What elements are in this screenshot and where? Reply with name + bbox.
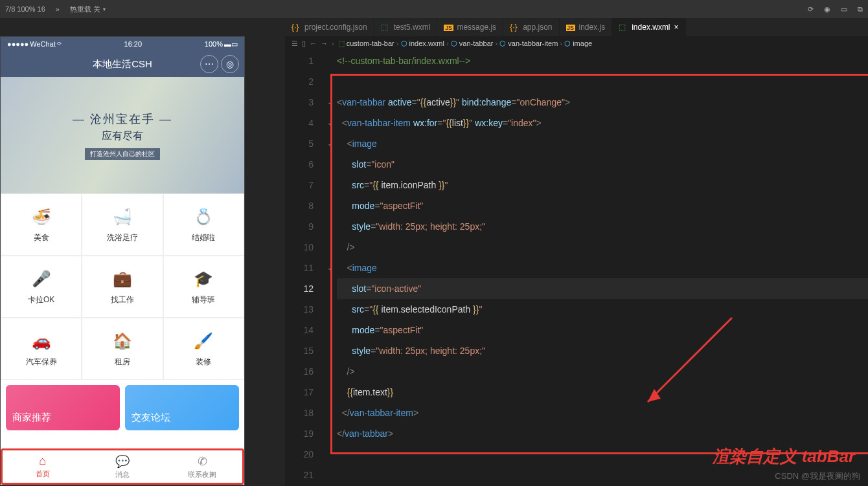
refresh-icon[interactable]: ⟳ [803, 5, 819, 14]
eye-icon[interactable]: ◉ [819, 5, 836, 14]
cell-icon: 🏠 [112, 331, 133, 351]
grid-cell-5[interactable]: 🎓辅导班 [163, 256, 244, 318]
cell-label: 汽车保养 [26, 357, 57, 368]
grid-cell-8[interactable]: 🖌️装修 [163, 318, 244, 380]
code-line[interactable]: <van-tabbar-item wx:for="{{list}}" wx:ke… [337, 113, 868, 133]
file-icon: {·} [510, 23, 519, 32]
tab-filename: index.wxml [632, 23, 670, 32]
editor-tab[interactable]: JSindex.js [560, 18, 613, 36]
zoom-indicator: 7/8 100% 16 [0, 5, 51, 13]
battery-icon: ▬▭ [224, 40, 238, 49]
file-icon: JS [444, 23, 453, 32]
code-line[interactable]: mode="aspectFit" [337, 320, 868, 340]
list-icon[interactable]: ☰ [291, 39, 298, 48]
code-line[interactable]: </van-tabbar-item> [337, 403, 868, 423]
card-forum[interactable]: 交友论坛 [125, 385, 239, 430]
editor-tab[interactable]: {·}project.config.json [285, 18, 374, 36]
editor-tabs: {·}project.config.json⬚test5.wxmlJSmessa… [285, 18, 868, 36]
code-line[interactable]: </van-tabbar> [337, 423, 868, 444]
crumb-item[interactable]: ⬡ van-tabbar [451, 39, 494, 47]
tab-icon: ✆ [198, 454, 207, 469]
tab-label: 消息 [115, 470, 130, 480]
hot-reload-toggle[interactable]: 热重载 关 ▾ [65, 5, 111, 14]
code-editor[interactable]: 123456789101112131415161718192021 ⌄⌄⌄⌄ <… [285, 50, 868, 486]
cell-icon: 🖌️ [193, 331, 214, 351]
cell-icon: 🚗 [31, 331, 52, 351]
fwd-icon[interactable]: → [321, 39, 328, 47]
code-line[interactable] [337, 71, 868, 92]
code-line[interactable]: style="width: 25px; height: 25px;" [337, 216, 868, 237]
crumb-item[interactable]: ⬡ van-tabbar-item [499, 39, 558, 47]
code-line[interactable]: <image [337, 258, 868, 278]
banner-image[interactable]: — 沧州宝在手 — 应有尽有 打造沧州人自己的社区 [1, 77, 244, 193]
category-grid: 🍜美食🛁洗浴足疗💍结婚啦🎤卡拉OK💼找工作🎓辅导班🚗汽车保养🏠租房🖌️装修 [1, 193, 244, 380]
cell-label: 找工作 [111, 294, 134, 305]
tab-0[interactable]: ⌂首页 [3, 450, 82, 483]
editor-tab[interactable]: ⬚index.wxml × [612, 18, 685, 36]
code-line[interactable]: mode="aspectFit" [337, 195, 868, 216]
cell-icon: 🎤 [31, 269, 52, 289]
chev-icon[interactable]: » [51, 5, 65, 13]
breadcrumb: ☰ ▯ ← → › ⬚ custom-tab-bar › ⬡ index.wxm… [285, 36, 868, 50]
more-icon[interactable]: ⋯ [200, 55, 218, 73]
file-icon: ⬚ [619, 23, 628, 32]
simulator-pane: ●●●●● WeChat ⌔ 16:20 100% ▬▭ 本地生活CSH ⋯ ◎… [0, 18, 285, 486]
file-icon: ⬚ [381, 23, 390, 32]
cell-label: 洗浴足疗 [107, 232, 138, 243]
file-icon: JS [566, 23, 575, 32]
code-line[interactable]: /> [337, 361, 868, 382]
code-line[interactable]: {{item.text}} [337, 382, 868, 403]
line-gutter: 123456789101112131415161718192021 [285, 50, 324, 485]
back-icon[interactable]: ← [310, 39, 317, 47]
phone-simulator: ●●●●● WeChat ⌔ 16:20 100% ▬▭ 本地生活CSH ⋯ ◎… [0, 36, 245, 485]
tab-icon: 💬 [115, 454, 130, 469]
fold-gutter[interactable]: ⌄⌄⌄⌄ [324, 50, 336, 485]
code-line[interactable]: /> [337, 237, 868, 258]
cell-icon: 💍 [193, 206, 214, 227]
grid-cell-3[interactable]: 🎤卡拉OK [1, 256, 82, 318]
code-line[interactable]: src="{{ item.selectedIconPath }}" [337, 299, 868, 320]
editor-tab[interactable]: ⬚test5.wxml [374, 18, 438, 36]
code-body[interactable]: <!--custom-tab-bar/index.wxml--> <van-ta… [337, 50, 868, 485]
window-icon[interactable]: ⧉ [852, 5, 868, 14]
cell-label: 装修 [196, 357, 211, 368]
tab-close-icon[interactable]: × [674, 23, 679, 32]
tab-icon: ⌂ [39, 454, 46, 468]
editor-tab[interactable]: {·}app.json [503, 18, 559, 36]
grid-cell-7[interactable]: 🏠租房 [82, 318, 163, 380]
grid-cell-0[interactable]: 🍜美食 [1, 193, 82, 256]
cell-label: 美食 [34, 232, 49, 243]
tab-2[interactable]: ✆联系夜阑 [163, 450, 242, 483]
bookmark-icon[interactable]: ▯ [302, 39, 306, 48]
code-line[interactable]: <image [337, 133, 868, 154]
tab-label: 联系夜阑 [188, 470, 216, 480]
phone-icon[interactable]: ▭ [836, 5, 852, 14]
promo-cards: 商家推荐 交友论坛 [1, 380, 244, 436]
close-icon[interactable]: ◎ [221, 55, 239, 73]
code-line[interactable]: style="width: 25px; height: 25px;" [337, 340, 868, 361]
watermark: CSDN @我是夜阑的狗 [775, 470, 860, 482]
grid-cell-1[interactable]: 🛁洗浴足疗 [82, 193, 163, 256]
grid-cell-6[interactable]: 🚗汽车保养 [1, 318, 82, 380]
cell-icon: 🛁 [112, 206, 133, 227]
wifi-icon: ⌔ [57, 40, 62, 48]
code-line[interactable]: slot="icon-active" [337, 278, 868, 299]
code-line[interactable]: <!--custom-tab-bar/index.wxml--> [337, 50, 868, 71]
devtools-topbar: 7/8 100% 16 » 热重载 关 ▾ ⟳ ◉ ▭ ⧉ [0, 0, 868, 18]
app-navbar: 本地生活CSH ⋯ ◎ [1, 51, 244, 77]
crumb-item[interactable]: ⬡ image [564, 39, 592, 47]
annotation-arrow [635, 311, 738, 415]
tab-filename: test5.wxml [394, 23, 431, 32]
card-merchant[interactable]: 商家推荐 [6, 385, 120, 430]
crumb-item[interactable]: ⬚ custom-tab-bar [338, 39, 394, 47]
phone-statusbar: ●●●●● WeChat ⌔ 16:20 100% ▬▭ [1, 37, 244, 51]
editor-tab[interactable]: JSmessage.js [437, 18, 503, 36]
grid-cell-4[interactable]: 💼找工作 [82, 256, 163, 318]
code-line[interactable]: <van-tabbar active="{{active}}" bind:cha… [337, 92, 868, 113]
grid-cell-2[interactable]: 💍结婚啦 [163, 193, 244, 256]
tab-1[interactable]: 💬消息 [82, 450, 162, 483]
crumb-item[interactable]: ⬡ index.wxml [401, 39, 444, 47]
code-line[interactable]: slot="icon" [337, 154, 868, 175]
code-line[interactable]: src="{{ item.iconPath }}" [337, 175, 868, 195]
cell-label: 租房 [115, 357, 130, 368]
